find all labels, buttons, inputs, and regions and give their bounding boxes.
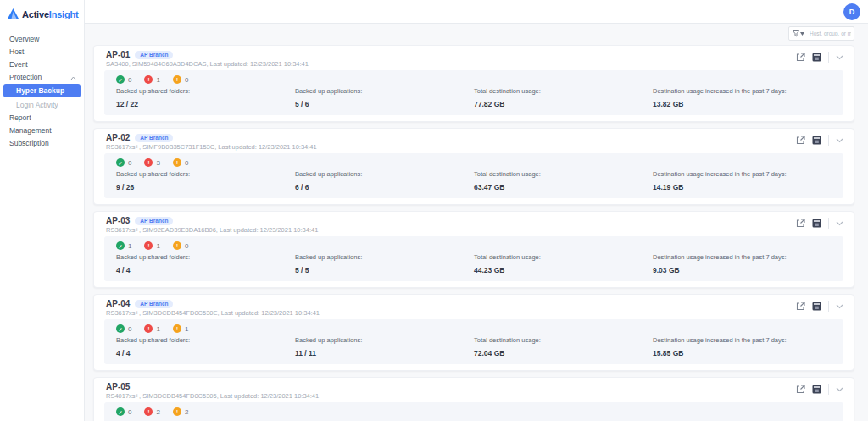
open-external-button[interactable] xyxy=(796,302,805,311)
device-report-button[interactable] xyxy=(812,302,821,311)
sidebar-item-overview[interactable]: Overview xyxy=(0,32,84,45)
stat-value-link[interactable]: 12 / 22 xyxy=(116,101,138,108)
expand-button[interactable] xyxy=(836,138,843,143)
external-link-icon xyxy=(796,385,805,394)
stat-value-link[interactable]: 63.47 GB xyxy=(474,184,504,191)
open-external-button[interactable] xyxy=(796,136,805,145)
sidebar-item-hyper-backup[interactable]: Hyper Backup xyxy=(3,84,81,97)
app-logo[interactable]: ActiveInsight xyxy=(0,0,84,32)
stat-value-link[interactable]: 9 / 26 xyxy=(116,184,134,191)
filter-funnel-icon[interactable] xyxy=(793,30,804,37)
success-count: 0 xyxy=(128,408,131,416)
host-name: AP-01 xyxy=(106,50,130,59)
device-report-button[interactable] xyxy=(812,136,821,145)
host-name: AP-03 xyxy=(106,216,130,225)
sidebar-item-host[interactable]: Host xyxy=(0,45,84,58)
chevron-up-icon[interactable] xyxy=(70,74,76,82)
stat-column: Backed up shared folders: 9 / 26 xyxy=(116,171,295,193)
stat-value-link[interactable]: 72.04 GB xyxy=(474,350,504,357)
stat-value-link[interactable]: 4 / 4 xyxy=(116,267,131,274)
open-external-button[interactable] xyxy=(796,385,805,394)
stats-row: Backed up shared folders: 4 / 4 Backed u… xyxy=(116,337,832,359)
stat-column: Backed up shared folders: 4 / 4 xyxy=(116,337,295,359)
warning-icon: ! xyxy=(173,407,181,416)
host-subtitle: RS3617xs+, SIMF9B0B35C731F153C, Last upd… xyxy=(106,144,842,151)
stat-label: Total destination usage: xyxy=(474,88,653,95)
user-avatar[interactable]: D xyxy=(843,3,860,20)
status-row: ✓ 0 ! 1 ! 1 xyxy=(116,324,832,333)
stats-row: Backed up shared folders: 4 / 4 Backed u… xyxy=(116,254,832,276)
device-report-button[interactable] xyxy=(812,53,821,62)
sidebar: ActiveInsight Overview Host Event Protec… xyxy=(0,0,85,421)
stat-value-link[interactable]: 13.82 GB xyxy=(653,101,683,108)
expand-button[interactable] xyxy=(836,55,843,60)
card-actions xyxy=(796,52,843,63)
divider xyxy=(828,301,829,312)
stat-value-link[interactable]: 9.03 GB xyxy=(653,267,680,274)
stat-value-link[interactable]: 6 / 6 xyxy=(295,184,309,191)
status-warning: ! 0 xyxy=(173,75,188,84)
open-external-button[interactable] xyxy=(796,219,805,228)
warning-count: 0 xyxy=(185,159,188,167)
host-card: AP-05 RS4017xs+, SIM3DCDB454FD0C5305, La… xyxy=(93,377,854,421)
stat-value-link[interactable]: 77.82 GB xyxy=(474,101,504,108)
host-name: AP-04 xyxy=(106,299,130,308)
stat-value-link[interactable]: 4 / 4 xyxy=(116,350,131,357)
host-name: AP-05 xyxy=(106,382,130,391)
stat-value-link[interactable]: 44.23 GB xyxy=(474,267,504,274)
host-card: AP-03 AP Branch RS3617xs+, SIM92EAD39E8D… xyxy=(93,211,854,288)
card-header: AP-02 AP Branch RS3617xs+, SIMF9B0B35C73… xyxy=(94,129,854,153)
chevron-down-icon xyxy=(836,304,843,309)
card-header: AP-01 AP Branch SA3400, SIM59484C69A3D4D… xyxy=(94,46,854,70)
divider xyxy=(828,135,829,146)
device-report-button[interactable] xyxy=(812,385,821,394)
status-ok: ✓ 0 xyxy=(116,324,131,333)
sidebar-item-label: Report xyxy=(9,114,31,122)
sidebar-item-label: Hyper Backup xyxy=(16,86,64,95)
sidebar-item-management[interactable]: Management xyxy=(0,124,84,136)
success-icon: ✓ xyxy=(116,158,125,167)
device-icon xyxy=(812,302,821,311)
backup-summary-panel: ✓ 0 ! 3 ! 0 Backed up shared folders: 9 … xyxy=(104,153,843,198)
host-name: AP-02 xyxy=(106,133,130,142)
expand-button[interactable] xyxy=(836,387,843,392)
external-link-icon xyxy=(796,136,805,145)
divider xyxy=(828,52,829,63)
sidebar-item-login-activity[interactable]: Login Activity xyxy=(0,98,84,111)
external-link-icon xyxy=(796,302,805,311)
divider xyxy=(828,384,829,395)
stat-value-link[interactable]: 5 / 6 xyxy=(295,101,309,108)
stat-value-link[interactable]: 15.85 GB xyxy=(653,350,683,357)
status-error: ! 1 xyxy=(144,324,159,333)
device-report-button[interactable] xyxy=(812,219,821,228)
expand-button[interactable] xyxy=(836,304,843,309)
warning-icon: ! xyxy=(173,241,181,250)
host-card: AP-01 AP Branch SA3400, SIM59484C69A3D4D… xyxy=(93,45,854,122)
sidebar-item-subscription[interactable]: Subscription xyxy=(0,136,84,149)
stat-value-link[interactable]: 11 / 11 xyxy=(295,350,316,357)
stat-column: Backed up applications: 5 / 5 xyxy=(295,254,474,276)
stat-column: Destination usage increased in the past … xyxy=(653,88,832,110)
status-warning: ! 2 xyxy=(173,407,188,416)
sidebar-item-event[interactable]: Event xyxy=(0,58,84,70)
open-external-button[interactable] xyxy=(796,53,805,62)
stat-value-link[interactable]: 5 / 5 xyxy=(295,267,309,274)
stat-column: Backed up applications: 11 / 11 xyxy=(295,337,474,359)
filter-input[interactable] xyxy=(808,28,853,39)
stat-label: Backed up applications: xyxy=(295,171,474,178)
status-ok: ✓ 0 xyxy=(116,158,131,167)
brand-icon xyxy=(8,7,19,22)
sidebar-item-report[interactable]: Report xyxy=(0,111,84,124)
stat-value-link[interactable]: 14.19 GB xyxy=(653,184,683,191)
success-count: 0 xyxy=(128,76,131,84)
brand-name: ActiveInsight xyxy=(22,9,78,19)
stat-label: Backed up applications: xyxy=(295,337,474,344)
backup-summary-panel: ✓ 0 ! 1 ! 1 Backed up shared folders: 4 … xyxy=(104,319,843,364)
expand-button[interactable] xyxy=(836,221,843,226)
error-icon: ! xyxy=(144,241,153,250)
sidebar-item-protection[interactable]: Protection xyxy=(0,70,84,83)
sidebar-item-label: Event xyxy=(9,60,28,69)
backup-summary-panel: ✓ 1 ! 1 ! 0 Backed up shared folders: 4 … xyxy=(104,236,843,281)
stat-label: Destination usage increased in the past … xyxy=(653,88,832,95)
sidebar-nav: Overview Host Event Protection Hyper Bac… xyxy=(0,32,84,149)
